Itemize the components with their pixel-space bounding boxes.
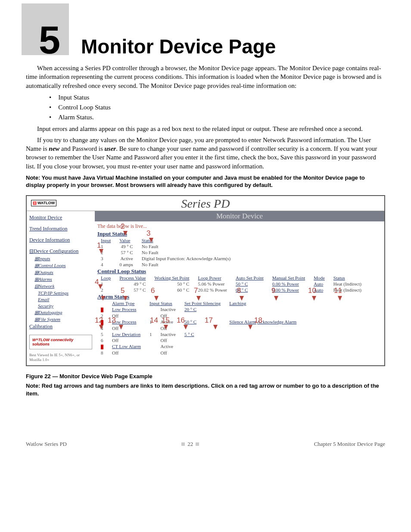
java-note: Note: You must have Java Virtual Machine… xyxy=(26,174,385,189)
nav-trend-information[interactable]: Trend Information xyxy=(29,226,92,232)
loop-row-mode-link[interactable]: Auto xyxy=(314,287,323,292)
alarm-status: Inactive xyxy=(156,306,180,313)
nav-alarms[interactable]: ⊞Alarms xyxy=(34,277,92,282)
input-row-n: 3 xyxy=(97,255,115,261)
input-row-v: 0 amps xyxy=(115,261,137,268)
nav-datalogging[interactable]: ⊞Datalogging xyxy=(34,310,92,315)
alarm-status: Active xyxy=(156,319,180,325)
loop-row-status: Heat (Indirect) xyxy=(329,287,366,293)
loop-row-asp-link[interactable]: 50 ° C xyxy=(236,281,248,286)
loop-hd-status: Status xyxy=(329,275,366,281)
alarm-indicator-icon xyxy=(101,345,103,349)
nav-network[interactable]: ⊟Network xyxy=(34,283,92,289)
loop-row-msp-link[interactable]: 0.00 % Power xyxy=(272,281,299,286)
input-hd-value: Value xyxy=(115,237,137,243)
input-row-n: 4 xyxy=(97,261,115,268)
nav-device-information[interactable]: Device Information xyxy=(29,237,92,243)
nav-outputs[interactable]: ⊞Outputs xyxy=(34,270,92,275)
loop-row-lp: 5.06 % Power xyxy=(193,281,231,287)
para3-mid: and Password is xyxy=(59,145,104,152)
alarm-hd-latching: Latching xyxy=(225,300,301,306)
alarm-hd-type: Alarm Type xyxy=(108,300,145,306)
footer-square-icon xyxy=(181,442,185,446)
nav-email[interactable]: Email xyxy=(38,297,92,302)
alarm-hd-input-status: Input Status xyxy=(145,300,180,306)
alarm-sp-link[interactable]: 50 ° C xyxy=(184,319,196,324)
loop-row-status: Heat (Indirect) xyxy=(329,281,366,287)
intro-para-1: When accessing a Series PD controller th… xyxy=(26,64,385,90)
live-data-label: The data below is live... xyxy=(95,222,384,230)
alarm-n: 6 xyxy=(97,337,108,343)
screenshot-header: WATLOW Series PD xyxy=(27,196,384,209)
footer-center: 22 xyxy=(181,441,199,448)
alarm-type-link[interactable]: Low Process xyxy=(112,319,137,324)
nav-tcpip[interactable]: TCP/IP Settings xyxy=(38,290,92,296)
loop-hd-wsp: Working Set Point xyxy=(150,275,193,281)
alarm-status-table: Alarm Type Input Status Set Point Silenc… xyxy=(97,300,301,356)
nav-monitor-device[interactable]: Monitor Device xyxy=(29,215,92,221)
nav-security[interactable]: Security xyxy=(38,303,92,308)
loop-row-n: 1 xyxy=(97,281,115,287)
alarm-status: Inactive xyxy=(156,331,180,337)
bullet-alarm-status: Alarm Status. xyxy=(49,112,385,122)
input-hd-input: Input xyxy=(97,237,115,243)
loop-row-wsp: 50 ° C xyxy=(150,281,193,287)
input-row-n: 1 xyxy=(97,243,115,249)
alarm-status: Active xyxy=(156,343,180,350)
bullet-control-loop: Control Loop Status xyxy=(49,103,385,112)
loop-row-mode-link[interactable]: Auto xyxy=(314,281,323,286)
silence-alarm-link[interactable]: Silence Alarm xyxy=(229,319,256,324)
watlow-logo: WATLOW xyxy=(31,200,56,206)
page-footer: Watlow Series PD 22 Chapter 5 Monitor De… xyxy=(26,441,385,448)
browser-footnote: Best Viewed In IE 5+, NN6+, or Mozilla 1… xyxy=(29,353,92,362)
alarm-sp-link[interactable]: 5 ° C xyxy=(184,332,194,337)
feature-list: Input Status Control Loop Status Alarm S… xyxy=(49,93,385,123)
alarm-status: Off xyxy=(156,313,180,319)
series-pd-title: Series PD xyxy=(181,197,230,211)
connectivity-logo: W^TLOW connectivity solutions xyxy=(29,335,92,349)
alarm-hd-silencing: Set Point Silencing xyxy=(180,300,225,306)
input-row-n: 2 xyxy=(97,249,115,255)
monitor-device-banner: Monitor Device xyxy=(95,211,384,221)
alarm-status: Off xyxy=(156,337,180,343)
alarm-status: Off xyxy=(156,325,180,331)
alarm-type-link[interactable]: Low Deviation xyxy=(112,332,140,337)
alarm-status: Off xyxy=(156,350,180,356)
input-row-v: Active xyxy=(115,255,137,261)
nav-calibration[interactable]: Calibration xyxy=(29,324,92,330)
footer-right: Chapter 5 Monitor Device Page xyxy=(314,441,385,448)
screenshot-body: Monitor Device Trend Information Device … xyxy=(27,211,384,366)
intro-para-3: If you try to change any values on the M… xyxy=(26,136,385,171)
alarm-type: Off xyxy=(108,337,145,343)
alarm-type: Off xyxy=(108,313,145,319)
nav-file-system[interactable]: ⊞File System xyxy=(34,317,92,322)
chapter-header: 5 Monitor Device Page xyxy=(26,21,385,59)
input-row-s: No Fault xyxy=(137,261,235,268)
control-loop-table: Loop Process Value Working Set Point Loo… xyxy=(97,275,366,293)
loop-row-n: 2 xyxy=(97,287,115,293)
alarm-type-link[interactable]: Low Process xyxy=(112,307,137,312)
nav-inputs[interactable]: ⊞Inputs xyxy=(34,256,92,261)
alarm-type-link[interactable]: CT Low Alarm xyxy=(112,344,141,349)
alarm-n: 4 xyxy=(97,325,108,331)
loop-row-wsp: 60 ° C xyxy=(150,287,193,293)
nav-control-loops[interactable]: ⊞Control Loops xyxy=(34,263,92,268)
bullet-input-status: Input Status xyxy=(49,93,385,103)
loop-row-pv: 49 ° C xyxy=(115,281,150,287)
ack-alarm-link[interactable]: Acknowledge Alarm xyxy=(257,319,296,324)
screenshot-container: WATLOW Series PD Monitor Device Trend In… xyxy=(26,195,385,367)
input-hd-status: Status xyxy=(137,237,235,243)
loop-row-msp-link[interactable]: 0.00 % Power xyxy=(272,287,299,292)
page-number: 22 xyxy=(187,441,193,448)
loop-hd-pv: Process Value xyxy=(115,275,150,281)
loop-row-lp: 20.02 % Power xyxy=(193,287,231,293)
alarm-type: Off xyxy=(108,350,145,356)
input-status-table: InputValueStatus 149 ° CNo Fault 257 ° C… xyxy=(97,237,235,268)
loop-row-asp-link[interactable]: 60 ° C xyxy=(236,287,248,292)
input-row-s: No Fault xyxy=(137,249,235,255)
loop-hd-mode: Mode xyxy=(309,275,329,281)
alarm-sp-link[interactable]: 20 ° C xyxy=(184,307,196,312)
loop-hd-loop: Loop xyxy=(97,275,115,281)
nav-device-configuration[interactable]: ⊟Device Configuration xyxy=(29,248,92,255)
input-row-s: Digital Input Function: Acknowledge Alar… xyxy=(137,255,235,261)
